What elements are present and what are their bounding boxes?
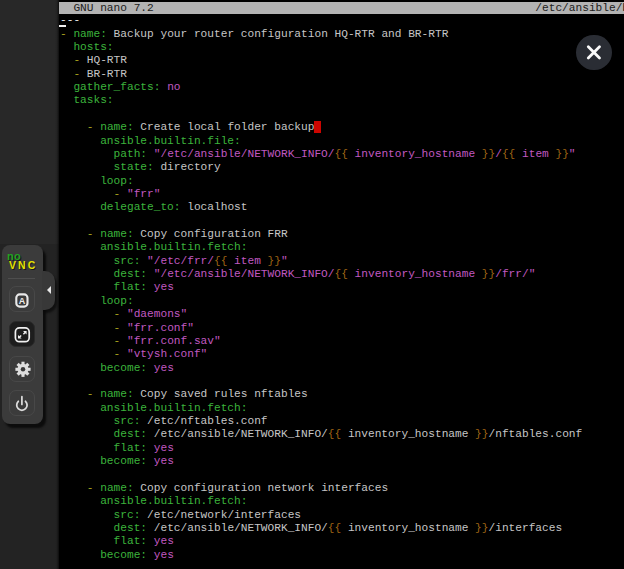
svg-text:A: A [19, 296, 26, 306]
